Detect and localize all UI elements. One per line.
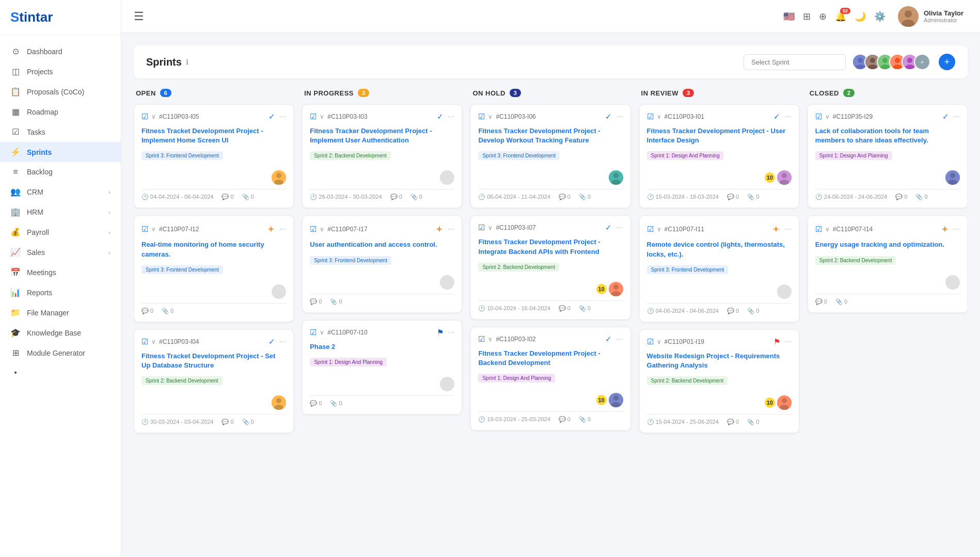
kanban-card[interactable]: ☑ ∨ #C110P07-I12 ＋ ··· Real-time monitor… (134, 215, 294, 322)
kanban-card[interactable]: ☑ ∨ #C110P03-I07 ✓ ··· Fitness Tracker D… (470, 215, 630, 319)
empty-avatar (777, 284, 792, 299)
kanban-col-in_progress: IN PROGRESS 3 ☑ ∨ #C110P03-I03 ✓ ··· Fit… (302, 89, 462, 440)
more-options-icon[interactable]: ··· (279, 112, 286, 121)
card-mid (478, 170, 623, 185)
card-mid (141, 170, 286, 185)
comment-count: 💬 0 (895, 194, 907, 200)
card-date: 🕐 06-04-2024 - 11-04-2024 (478, 194, 550, 200)
notification-bell-icon[interactable]: 🔔 52 (835, 11, 846, 22)
more-options-icon[interactable]: ··· (616, 335, 623, 344)
col-title: IN PROGRESS (304, 89, 354, 97)
more-options-icon[interactable]: ··· (953, 225, 960, 234)
kanban-card[interactable]: ☑ ∨ #C110P07-I17 ＋ ··· User authenticati… (302, 215, 462, 312)
menu-toggle-button[interactable]: ☰ (134, 10, 144, 23)
sidebar-item-crm[interactable]: 👥 CRM › (0, 182, 121, 202)
sidebar-item-knowledgebase[interactable]: 🎓 Knowledge Base (0, 323, 121, 343)
sidebar-item-backlog[interactable]: ≡ Backlog (0, 162, 121, 182)
more-options-icon[interactable]: ··· (784, 337, 791, 346)
card-avatar (945, 170, 960, 185)
sidebar-item-label: Sprints (27, 148, 52, 156)
sidebar-item-proposals[interactable]: 📋 Proposals (CoCo) (0, 82, 121, 102)
more-options-icon[interactable]: ··· (279, 337, 286, 346)
sprint-select-input[interactable] (744, 54, 846, 70)
crosshair-icon[interactable]: ⊕ (819, 11, 827, 22)
card-date: 🕐 19-03-2024 - 25-03-2024 (478, 416, 550, 423)
card-icons: ＋ ··· (771, 223, 791, 235)
more-options-icon[interactable]: ··· (953, 112, 960, 121)
more-options-icon[interactable]: ··· (279, 225, 286, 234)
comment-count: 💬 0 (815, 298, 827, 305)
sprint-tag: Sprint 1: Design And Planning (310, 358, 387, 367)
dark-mode-icon[interactable]: 🌙 (855, 11, 866, 22)
logo-text: Stintar (10, 9, 53, 25)
col-header-open: OPEN 6 (134, 89, 294, 97)
empty-avatar (440, 275, 454, 290)
more-options-icon[interactable]: ··· (448, 328, 454, 337)
attachment-count: 📎 0 (747, 308, 759, 314)
sidebar-item-more[interactable]: • (0, 363, 121, 383)
info-icon[interactable]: ℹ (186, 58, 188, 66)
card-top: ☑ ∨ #C110P03-I07 ✓ ··· (478, 223, 623, 232)
kanban-card[interactable]: ☑ ∨ #C110P03-I04 ✓ ··· Fitness Tracket D… (134, 329, 294, 433)
more-options-icon[interactable]: ··· (616, 223, 623, 232)
sidebar-item-payroll[interactable]: 💰 Payroll › (0, 222, 121, 242)
priority-icon: ✓ (605, 223, 612, 232)
card-footer: 💬 0 📎 0 (815, 298, 960, 305)
sidebar-item-projects[interactable]: ◫ Projects (0, 61, 121, 82)
sidebar-item-sales[interactable]: 📈 Sales › (0, 242, 121, 262)
card-top: ☑ ∨ #C110P03-I03 ✓ ··· (310, 112, 454, 121)
card-icons: ✓ ··· (942, 112, 960, 121)
card-date: 🕐 15-03-2024 - 18-03-2024 (647, 194, 719, 200)
chevron-icon: ∨ (151, 338, 156, 345)
card-footer: 🕐 06-04-2024 - 11-04-2024 💬 0 📎 0 (478, 194, 623, 200)
sidebar-item-roadmap[interactable]: ▦ Roadmap (0, 102, 121, 122)
kanban-card[interactable]: ☑ ∨ #C110P07-I10 ⚑ ··· Phase 2 Sprint 1:… (302, 320, 462, 415)
more-options-icon[interactable]: ··· (448, 112, 454, 121)
kanban-card[interactable]: ☑ ∨ #C110P01-I19 ⚑ ··· Website Redesign … (639, 329, 799, 433)
kanban-card[interactable]: ☑ ∨ #C110P03-I06 ✓ ··· Fitness Tracker D… (470, 104, 630, 208)
more-options-icon[interactable]: ··· (616, 112, 623, 121)
sidebar-item-sprints[interactable]: ⚡ Sprints (0, 142, 121, 162)
backlog-icon: ≡ (10, 167, 21, 177)
card-mid (310, 275, 454, 290)
kanban-card[interactable]: ☑ ∨ #C110P03-I05 ✓ ··· Fitness Tracket D… (134, 104, 294, 208)
kanban-card[interactable]: ☑ ∨ #C110P35-I29 ✓ ··· Lack of collabora… (808, 104, 968, 208)
card-mid: 10 (647, 170, 792, 185)
apps-grid-icon[interactable]: ⊞ (803, 11, 811, 22)
proposals-icon: 📋 (10, 87, 21, 97)
checkbox-icon: ☑ (141, 225, 148, 234)
sidebar-item-reports[interactable]: 📊 Reports (0, 282, 121, 303)
sprint-tag: Sprint 2: Backend Development (647, 376, 728, 385)
attachment-count: 📎 0 (242, 419, 254, 425)
kanban-card[interactable]: ☑ ∨ #C110P03-I01 ✓ ··· Fitness Tracker D… (639, 104, 799, 208)
svg-point-1 (905, 10, 912, 18)
kanban-card[interactable]: ☑ ∨ #C110P03-I02 ✓ ··· Fitness Tracker D… (470, 327, 630, 431)
sidebar-item-dashboard[interactable]: ⊙ Dashboard (0, 41, 121, 61)
chevron-icon: ∨ (151, 113, 156, 120)
sidebar-item-tasks[interactable]: ☑ Tasks (0, 122, 121, 142)
logo: Stintar (0, 0, 121, 35)
card-id: #C110P07-I10 (327, 329, 434, 336)
sidebar-item-meetings[interactable]: 📅 Meetings (0, 262, 121, 282)
add-sprint-button[interactable]: + (939, 54, 955, 70)
more-options-icon[interactable]: ··· (784, 112, 791, 121)
hrm-icon: 🏢 (10, 207, 21, 217)
col-badge: 3 (683, 89, 694, 97)
more-options-icon[interactable]: ··· (448, 225, 454, 234)
kanban-card[interactable]: ☑ ∨ #C110P03-I03 ✓ ··· Fitness Tracker D… (302, 104, 462, 208)
flag-icon[interactable]: 🇺🇸 (783, 11, 795, 22)
sidebar-item-hrm[interactable]: 🏢 HRM › (0, 202, 121, 222)
settings-icon[interactable]: ⚙️ (874, 11, 886, 22)
card-title: Fitness Tracket Development Project - Im… (141, 126, 286, 145)
sprint-tag: Sprint 2: Backend Development (310, 151, 391, 160)
card-id: #C110P01-I19 (665, 338, 771, 345)
kanban-card[interactable]: ☑ ∨ #C110P07-I14 ＋ ··· Energy usage trac… (808, 215, 968, 312)
sidebar-item-modulegenerator[interactable]: ⊞ Module Generator (0, 343, 121, 363)
card-title: Real-time monitoring of home security ca… (141, 240, 286, 259)
more-options-icon[interactable]: ··· (784, 225, 791, 234)
priority-icon: ⚑ (773, 337, 780, 346)
kanban-board: OPEN 6 ☑ ∨ #C110P03-I05 ✓ ··· Fitness Tr… (134, 89, 968, 440)
kanban-card[interactable]: ☑ ∨ #C110P07-I11 ＋ ··· Remote device con… (639, 215, 799, 322)
sidebar-item-filemanager[interactable]: 📁 File Manager (0, 303, 121, 323)
user-profile[interactable]: Olivia Taylor Administrator (894, 4, 968, 29)
